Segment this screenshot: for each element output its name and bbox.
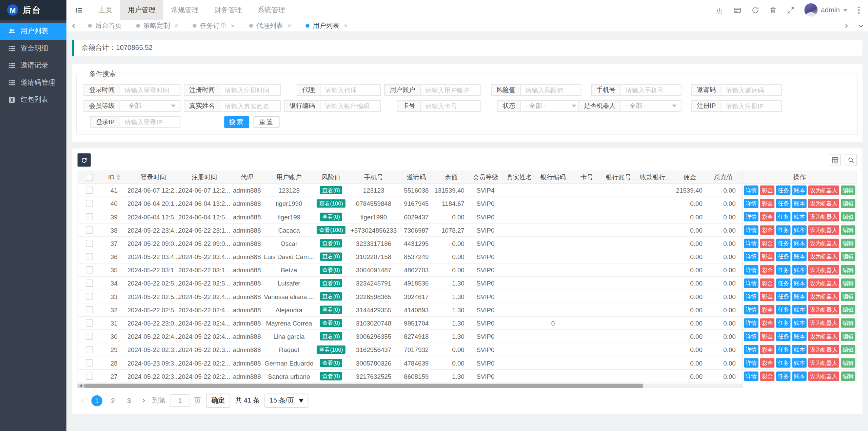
nav-item-3[interactable]: 财务管理 <box>206 0 250 20</box>
sidebar-item-1[interactable]: 资金明细 <box>0 40 66 57</box>
bonus-button[interactable]: 彩金 <box>760 239 774 248</box>
search-field-input[interactable] <box>320 100 381 112</box>
set-robot-button[interactable]: 设为机器人 <box>808 345 839 354</box>
edit-button[interactable]: 编辑 <box>841 318 855 328</box>
search-field-select[interactable]: - 全部 - <box>620 100 682 112</box>
ledger-button[interactable]: 账本 <box>792 278 806 288</box>
bonus-button[interactable]: 彩金 <box>760 345 774 354</box>
sidebar-item-0[interactable]: 用户列表 <box>0 23 66 40</box>
search-field-select[interactable]: - 全部 - <box>520 100 581 112</box>
ledger-button[interactable]: 账本 <box>792 199 806 208</box>
sidebar-item-4[interactable]: 红包列表 <box>0 91 66 109</box>
search-field-input[interactable] <box>120 116 181 128</box>
search-field-input[interactable] <box>721 84 782 96</box>
risk-view-badge[interactable]: 查看(0) <box>320 186 342 194</box>
detail-button[interactable]: 详情 <box>744 372 758 381</box>
risk-view-badge[interactable]: 查看(100) <box>317 346 345 354</box>
search-field-select[interactable]: - 全部 - <box>120 100 181 112</box>
detail-button[interactable]: 详情 <box>744 252 758 261</box>
task-button[interactable]: 任务 <box>776 372 790 381</box>
search-field-input[interactable] <box>420 84 481 96</box>
ledger-button[interactable]: 账本 <box>792 225 806 235</box>
sidebar-item-3[interactable]: 邀请码管理 <box>0 74 66 92</box>
row-checkbox[interactable] <box>85 200 93 207</box>
column-header-phone[interactable]: 手机号 <box>348 171 399 183</box>
page-button-1[interactable]: 1 <box>91 395 102 406</box>
tab-close-icon[interactable]: × <box>344 22 348 29</box>
risk-view-badge[interactable]: 查看(0) <box>320 266 342 274</box>
column-header-bank_account[interactable]: 银行账号... <box>604 171 638 183</box>
set-robot-button[interactable]: 设为机器人 <box>808 372 839 381</box>
task-button[interactable]: 任务 <box>776 345 790 354</box>
edit-button[interactable]: 编辑 <box>841 292 855 301</box>
set-robot-button[interactable]: 设为机器人 <box>808 265 839 275</box>
bonus-button[interactable]: 彩金 <box>760 305 774 315</box>
columns-grid-icon[interactable] <box>829 154 841 166</box>
ledger-button[interactable]: 账本 <box>792 358 806 368</box>
column-header-balance[interactable]: 余额 <box>433 171 469 183</box>
row-checkbox[interactable] <box>85 187 93 194</box>
card-icon[interactable] <box>733 6 742 14</box>
column-header-card_no[interactable]: 卡号 <box>570 171 604 183</box>
nav-item-2[interactable]: 常规管理 <box>163 0 206 20</box>
ledger-button[interactable]: 账本 <box>792 212 806 221</box>
tab-2[interactable]: 任务订单× <box>185 20 242 32</box>
refresh-table-button[interactable] <box>78 153 91 166</box>
row-checkbox[interactable] <box>85 346 93 353</box>
set-robot-button[interactable]: 设为机器人 <box>808 278 839 288</box>
ledger-button[interactable]: 账本 <box>792 372 806 381</box>
column-header-account[interactable]: 用户账户 <box>264 171 314 183</box>
edit-button[interactable]: 编辑 <box>841 265 855 275</box>
search-field-input[interactable] <box>721 100 782 112</box>
row-checkbox[interactable] <box>85 373 93 380</box>
nav-item-1[interactable]: 用户管理 <box>120 0 163 20</box>
detail-button[interactable]: 详情 <box>744 332 758 341</box>
task-button[interactable]: 任务 <box>776 318 790 328</box>
column-header-login_time[interactable]: 登录时间 <box>128 171 179 183</box>
ledger-button[interactable]: 账本 <box>792 185 806 195</box>
detail-button[interactable]: 详情 <box>744 305 758 315</box>
column-header-total_recharge[interactable]: 总充值 <box>707 171 740 183</box>
select-all-checkbox[interactable] <box>85 174 93 181</box>
task-button[interactable]: 任务 <box>776 225 790 235</box>
risk-view-badge[interactable]: 查看(100) <box>317 226 345 234</box>
row-checkbox[interactable] <box>85 253 93 260</box>
column-header-recv_bank[interactable]: 收款银行... <box>638 171 672 183</box>
tab-3[interactable]: 代理列表× <box>242 20 299 32</box>
task-button[interactable]: 任务 <box>776 292 790 301</box>
row-checkbox[interactable] <box>85 240 93 247</box>
bonus-button[interactable]: 彩金 <box>760 252 774 261</box>
row-checkbox[interactable] <box>85 333 93 340</box>
ledger-button[interactable]: 账本 <box>792 332 806 341</box>
bar-chart-icon[interactable] <box>715 6 723 14</box>
column-header-commission[interactable]: 佣金 <box>673 171 707 183</box>
column-header-real_name[interactable]: 真实姓名 <box>502 171 536 183</box>
detail-button[interactable]: 详情 <box>744 318 758 328</box>
row-checkbox[interactable] <box>85 227 93 234</box>
ledger-button[interactable]: 账本 <box>792 265 806 275</box>
set-robot-button[interactable]: 设为机器人 <box>808 252 839 261</box>
edit-button[interactable]: 编辑 <box>841 278 855 288</box>
risk-view-badge[interactable]: 查看(0) <box>320 239 342 247</box>
tab-1[interactable]: 策略定制× <box>129 20 185 32</box>
ledger-button[interactable]: 账本 <box>792 345 806 354</box>
bonus-button[interactable]: 彩金 <box>760 292 774 301</box>
tabs-scroll-left-icon[interactable] <box>66 20 81 32</box>
bonus-button[interactable]: 彩金 <box>760 332 774 341</box>
bonus-button[interactable]: 彩金 <box>760 185 774 195</box>
row-checkbox[interactable] <box>85 279 93 287</box>
risk-view-badge[interactable]: 查看(0) <box>320 279 342 287</box>
column-header-bank_code[interactable]: 银行编码 <box>536 171 570 183</box>
ledger-button[interactable]: 账本 <box>792 305 806 315</box>
risk-view-badge[interactable]: 查看(0) <box>320 213 342 221</box>
column-header-level[interactable]: 会员等级 <box>469 171 502 183</box>
bonus-button[interactable]: 彩金 <box>760 212 774 221</box>
page-button-2[interactable]: 2 <box>107 395 119 406</box>
detail-button[interactable]: 详情 <box>744 199 758 208</box>
horizontal-scrollbar[interactable] <box>78 384 743 388</box>
risk-view-badge[interactable]: 查看(0) <box>320 372 342 380</box>
bonus-button[interactable]: 彩金 <box>760 372 774 381</box>
task-button[interactable]: 任务 <box>776 185 790 195</box>
row-checkbox[interactable] <box>85 306 93 313</box>
task-button[interactable]: 任务 <box>776 305 790 315</box>
